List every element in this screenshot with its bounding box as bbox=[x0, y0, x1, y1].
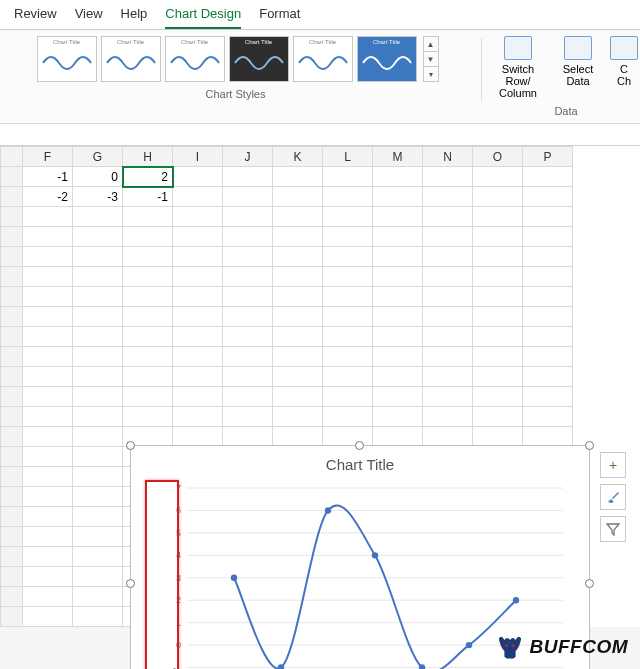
change-chart-type-button[interactable]: C Ch bbox=[612, 36, 636, 99]
chart-style-2[interactable]: Chart Title bbox=[101, 36, 161, 82]
ribbon-tabs: Review View Help Chart Design Format bbox=[0, 0, 640, 30]
svg-point-31 bbox=[325, 507, 331, 513]
svg-text:7: 7 bbox=[176, 484, 181, 493]
switch-row-column-button[interactable]: Switch Row/ Column bbox=[492, 36, 544, 99]
change-chart-icon bbox=[610, 36, 638, 60]
chart-style-6[interactable]: Chart Title bbox=[357, 36, 417, 82]
spreadsheet-grid[interactable]: F G H I J K L M N O P -1 0 2 -2 -3 -1 bbox=[0, 146, 640, 627]
plus-icon: + bbox=[609, 457, 617, 473]
ribbon: Chart Title Chart Title Chart Title Char… bbox=[0, 30, 640, 124]
wave-icon bbox=[297, 49, 351, 77]
col-H[interactable]: H bbox=[123, 147, 173, 167]
col-G[interactable]: G bbox=[73, 147, 123, 167]
select-data-icon bbox=[564, 36, 592, 60]
tab-help[interactable]: Help bbox=[121, 3, 148, 29]
col-L[interactable]: L bbox=[323, 147, 373, 167]
col-O[interactable]: O bbox=[473, 147, 523, 167]
chart-filter-button[interactable] bbox=[600, 516, 626, 542]
funnel-icon bbox=[606, 522, 620, 536]
chart-title[interactable]: Chart Title bbox=[131, 446, 589, 477]
chart-side-buttons: + bbox=[600, 452, 626, 542]
col-M[interactable]: M bbox=[373, 147, 423, 167]
cell-H2[interactable]: -1 bbox=[123, 187, 173, 207]
cell-G2[interactable]: -3 bbox=[73, 187, 123, 207]
resize-handle[interactable] bbox=[126, 579, 135, 588]
svg-text:3: 3 bbox=[176, 573, 181, 583]
chart-style-1[interactable]: Chart Title bbox=[37, 36, 97, 82]
formula-bar[interactable] bbox=[0, 124, 640, 146]
svg-point-29 bbox=[231, 575, 237, 581]
col-P[interactable]: P bbox=[523, 147, 573, 167]
cell-G1[interactable]: 0 bbox=[73, 167, 123, 187]
svg-text:6: 6 bbox=[176, 505, 181, 515]
svg-point-32 bbox=[372, 552, 378, 558]
gallery-scroll: ▲ ▼ ▾ bbox=[423, 36, 439, 82]
tab-format[interactable]: Format bbox=[259, 3, 300, 29]
svg-text:5: 5 bbox=[176, 528, 181, 538]
svg-point-37 bbox=[512, 644, 515, 647]
svg-point-34 bbox=[466, 642, 472, 648]
svg-text:0: 0 bbox=[176, 640, 181, 650]
group-label-styles: Chart Styles bbox=[206, 82, 266, 104]
col-I[interactable]: I bbox=[173, 147, 223, 167]
wave-icon bbox=[361, 49, 415, 77]
chart-styles-gallery: Chart Title Chart Title Chart Title Char… bbox=[33, 36, 439, 82]
chart-style-3[interactable]: Chart Title bbox=[165, 36, 225, 82]
chart-elements-button[interactable]: + bbox=[600, 452, 626, 478]
col-F[interactable]: F bbox=[23, 147, 73, 167]
resize-handle[interactable] bbox=[585, 579, 594, 588]
svg-text:4: 4 bbox=[176, 550, 181, 560]
col-K[interactable]: K bbox=[273, 147, 323, 167]
col-J[interactable]: J bbox=[223, 147, 273, 167]
chart-style-5[interactable]: Chart Title bbox=[293, 36, 353, 82]
svg-text:2: 2 bbox=[176, 595, 181, 605]
svg-text:1: 1 bbox=[176, 618, 181, 628]
brush-icon bbox=[606, 490, 620, 504]
resize-handle[interactable] bbox=[126, 441, 135, 450]
svg-point-35 bbox=[513, 597, 519, 603]
watermark: BUFFCOM bbox=[496, 633, 628, 661]
svg-point-36 bbox=[505, 644, 508, 647]
bull-icon bbox=[496, 633, 524, 661]
select-data-button[interactable]: Select Data bbox=[552, 36, 604, 99]
gallery-up-icon[interactable]: ▲ bbox=[424, 37, 438, 52]
col-N[interactable]: N bbox=[423, 147, 473, 167]
chart-styles-button[interactable] bbox=[600, 484, 626, 510]
wave-icon bbox=[169, 49, 223, 77]
resize-handle[interactable] bbox=[585, 441, 594, 450]
tab-review[interactable]: Review bbox=[14, 3, 57, 29]
cell-F1[interactable]: -1 bbox=[23, 167, 73, 187]
wave-icon bbox=[105, 49, 159, 77]
chart-style-4[interactable]: Chart Title bbox=[229, 36, 289, 82]
tab-view[interactable]: View bbox=[75, 3, 103, 29]
cell-H1[interactable]: 2 bbox=[123, 167, 173, 187]
gallery-down-icon[interactable]: ▼ bbox=[424, 52, 438, 67]
wave-icon bbox=[41, 49, 95, 77]
resize-handle[interactable] bbox=[355, 441, 364, 450]
switch-row-column-icon bbox=[504, 36, 532, 60]
gallery-more-icon[interactable]: ▾ bbox=[424, 67, 438, 81]
svg-text:-1: -1 bbox=[173, 663, 181, 669]
cell-F2[interactable]: -2 bbox=[23, 187, 73, 207]
tab-chart-design[interactable]: Chart Design bbox=[165, 3, 241, 29]
wave-icon bbox=[233, 49, 287, 77]
group-label-data: Data bbox=[554, 99, 577, 121]
